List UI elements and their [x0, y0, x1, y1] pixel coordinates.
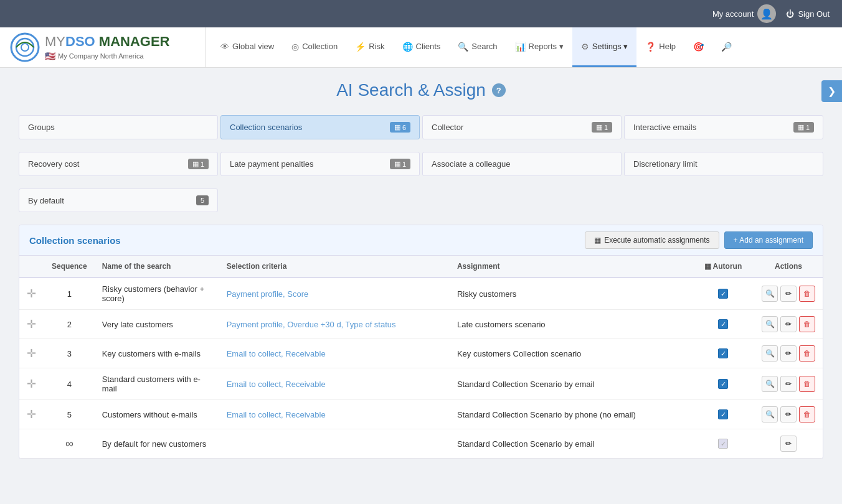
autorun-cell[interactable]: ✓ [692, 400, 754, 429]
nav-clients[interactable]: 🌐 Clients [394, 27, 450, 67]
delete-button[interactable]: 🗑 [799, 376, 815, 392]
tab-collection-scenarios-badge: ▦ 6 [390, 122, 410, 133]
actions-cell: 🔍 ✏ 🗑 [754, 400, 823, 429]
seq-cell: 1 [44, 278, 95, 310]
search-button[interactable]: 🔍 [762, 376, 778, 392]
action-buttons: ✏ [762, 436, 815, 452]
seq-cell: 5 [44, 400, 95, 429]
nav-help[interactable]: ❓ Help [636, 27, 684, 67]
search2-icon: 🔎 [721, 42, 732, 52]
sign-out-item[interactable]: ⏻ Sign Out [786, 9, 830, 19]
table-row: ∞By default for new customersStandard Co… [19, 429, 823, 459]
criteria-cell: Payment profile, Overdue +30 d, Type of … [219, 310, 450, 339]
tab-collector[interactable]: Collector ▦ 1 [422, 115, 622, 139]
nav-settings-label: Settings ▾ [592, 42, 628, 51]
actions-cell: 🔍 ✏ 🗑 [754, 310, 823, 339]
name-cell: Risky customers (behavior + score) [95, 278, 219, 310]
delete-button[interactable]: 🗑 [799, 345, 815, 362]
nav-reports[interactable]: 📊 Reports ▾ [506, 27, 572, 67]
tab-collection-scenarios[interactable]: Collection scenarios ▦ 6 [220, 115, 420, 139]
tab-late-payment[interactable]: Late payment penalties ▦ 1 [220, 152, 420, 176]
my-account-item[interactable]: My account 👤 [712, 4, 776, 23]
tab-by-default[interactable]: By default 5 [19, 189, 218, 212]
tab-recovery-cost-badge: ▦ 1 [188, 159, 209, 169]
autorun-checkbox-checked[interactable]: ✓ [718, 319, 728, 329]
tab-groups[interactable]: Groups [19, 115, 218, 139]
nav-global-view[interactable]: 👁 Global view [212, 27, 283, 67]
delete-button[interactable]: 🗑 [799, 406, 815, 422]
edit-button[interactable]: ✏ [780, 436, 797, 452]
autorun-cell[interactable]: ✓ [692, 339, 754, 368]
criteria-cell: Email to collect, Receivable [219, 400, 450, 429]
reports-icon: 📊 [515, 42, 526, 52]
autorun-checkbox-disabled: ✓ [718, 439, 728, 449]
tab-discretionary-limit-label: Discretionary limit [633, 159, 698, 169]
nav-collection[interactable]: ◎ Collection [283, 27, 346, 67]
collapse-button[interactable]: ❯ [821, 80, 842, 102]
add-assignment-button[interactable]: + Add an assignment [724, 231, 813, 249]
actions-cell: 🔍 ✏ 🗑 [754, 278, 823, 310]
nav-search2[interactable]: 🔎 [712, 27, 740, 67]
tab-interactive-emails[interactable]: Interactive emails ▦ 1 [624, 115, 823, 139]
autorun-checkbox-checked[interactable]: ✓ [718, 348, 728, 358]
nav-target[interactable]: 🎯 [684, 27, 712, 67]
tab-late-payment-badge: ▦ 1 [390, 159, 410, 169]
edit-button[interactable]: ✏ [780, 316, 797, 332]
execute-assignments-button[interactable]: ▦ Execute automatic assignments [585, 231, 719, 249]
nav-search[interactable]: 🔍 Search [449, 27, 506, 67]
delete-button[interactable]: 🗑 [799, 286, 815, 302]
tab-associate-colleague[interactable]: Associate a colleague [422, 152, 622, 176]
panel-header: Collection scenarios ▦ Execute automatic… [19, 225, 823, 256]
table-header: Sequence Name of the search Selection cr… [19, 256, 823, 278]
search-button[interactable]: 🔍 [762, 406, 778, 422]
drag-handle[interactable]: ✛ [19, 339, 44, 368]
panel-title: Collection scenarios [29, 235, 121, 246]
drag-handle[interactable] [19, 429, 44, 459]
autorun-cell[interactable]: ✓ [692, 278, 754, 310]
edit-button[interactable]: ✏ [780, 376, 797, 392]
drag-handle[interactable]: ✛ [19, 368, 44, 400]
drag-handle[interactable]: ✛ [19, 310, 44, 339]
nav-clients-label: Clients [416, 42, 441, 51]
search-button[interactable]: 🔍 [762, 345, 778, 362]
nav-global-view-label: Global view [232, 42, 274, 51]
autorun-checkbox-checked[interactable]: ✓ [718, 409, 728, 419]
eye-icon: 👁 [220, 42, 229, 52]
avatar: 👤 [757, 4, 776, 23]
search-button[interactable]: 🔍 [762, 286, 778, 302]
autorun-checkbox-checked[interactable]: ✓ [718, 289, 728, 299]
nav-risk[interactable]: ⚡ Risk [346, 27, 393, 67]
nav-section: 👁 Global view ◎ Collection ⚡ Risk 🌐 Clie… [206, 27, 842, 67]
th-actions: Actions [754, 256, 823, 278]
gear-icon: ⚙ [581, 42, 589, 52]
drag-handle[interactable]: ✛ [19, 400, 44, 429]
criteria-cell: Email to collect, Receivable [219, 368, 450, 400]
tab-discretionary-limit[interactable]: Discretionary limit [624, 152, 823, 176]
action-buttons: 🔍 ✏ 🗑 [762, 406, 815, 422]
edit-button[interactable]: ✏ [780, 406, 797, 422]
drag-handle[interactable]: ✛ [19, 278, 44, 310]
drag-icon: ✛ [27, 408, 36, 421]
th-sequence: Sequence [44, 256, 95, 278]
delete-button[interactable]: 🗑 [799, 316, 815, 332]
logo-main: MYDSO MANAGER [45, 34, 169, 50]
th-criteria: Selection criteria [219, 256, 450, 278]
edit-button[interactable]: ✏ [780, 345, 797, 362]
page-title: AI Search & Assign [336, 80, 486, 100]
edit-button[interactable]: ✏ [780, 286, 797, 302]
tab-empty-3 [624, 189, 823, 212]
assignments-table: Sequence Name of the search Selection cr… [19, 256, 823, 459]
tab-recovery-cost[interactable]: Recovery cost ▦ 1 [19, 152, 218, 176]
help-circle-button[interactable]: ? [492, 83, 506, 97]
logo-manager: MANAGER [99, 34, 170, 49]
seq-cell: ∞ [44, 429, 95, 459]
autorun-cell[interactable]: ✓ [692, 368, 754, 400]
autorun-checkbox-checked[interactable]: ✓ [718, 379, 728, 389]
nav-collection-label: Collection [302, 42, 338, 51]
search-button[interactable]: 🔍 [762, 316, 778, 332]
table-body: ✛1Risky customers (behavior + score)Paym… [19, 278, 823, 459]
tab-empty-2 [422, 189, 622, 212]
tab-interactive-emails-label: Interactive emails [633, 123, 696, 132]
autorun-cell[interactable]: ✓ [692, 310, 754, 339]
nav-settings[interactable]: ⚙ Settings ▾ [572, 27, 637, 67]
